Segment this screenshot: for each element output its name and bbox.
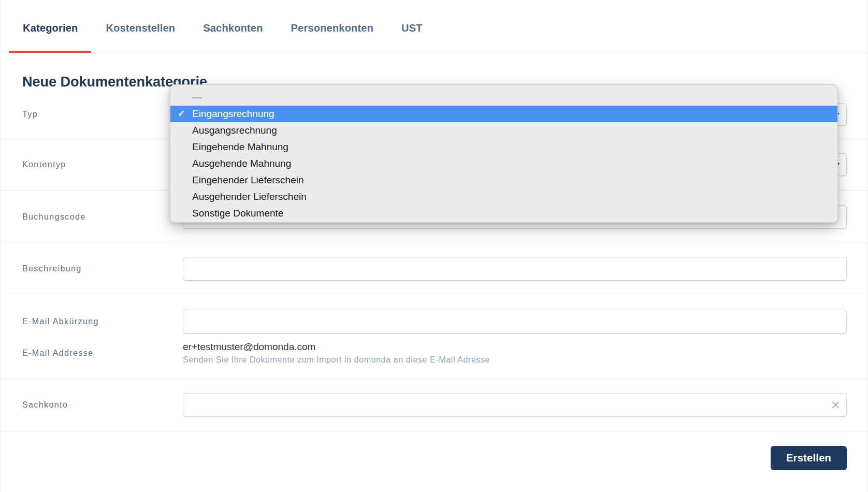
typ-label: Typ bbox=[22, 110, 183, 119]
form-footer: Erstellen bbox=[1, 431, 867, 470]
row-email-addresse: E-Mail Addresse er+testmuster@domonda.co… bbox=[1, 341, 867, 379]
dropdown-item[interactable]: — bbox=[170, 89, 837, 106]
row-sachkonto: Sachkonto ✕ bbox=[1, 379, 867, 431]
tab-kostenstellen[interactable]: Kostenstellen bbox=[92, 0, 189, 53]
check-icon: ✓ bbox=[178, 106, 185, 122]
dropdown-item[interactable]: Ausgangsrechnung bbox=[170, 122, 837, 139]
row-beschreibung: Beschreibung bbox=[1, 243, 867, 294]
typ-dropdown-menu: —✓EingangsrechnungAusgangsrechnungEingeh… bbox=[170, 84, 838, 223]
beschreibung-label: Beschreibung bbox=[22, 264, 183, 273]
tab-sachkonten[interactable]: Sachkonten bbox=[190, 0, 276, 53]
email-abkuerzung-input[interactable] bbox=[183, 310, 847, 334]
dropdown-item[interactable]: Eingehende Mahnung bbox=[170, 139, 837, 155]
dropdown-item[interactable]: ✓Eingangsrechnung bbox=[170, 106, 837, 122]
sachkonto-input[interactable] bbox=[183, 393, 847, 417]
dropdown-item[interactable]: Eingehender Lieferschein bbox=[170, 172, 837, 189]
email-addresse-value: er+testmuster@domonda.com bbox=[183, 341, 847, 353]
email-abkuerzung-label: E-Mail Abkürzung bbox=[22, 317, 183, 326]
kontentyp-label: Kontentyp bbox=[22, 160, 183, 169]
row-email-abkuerzung: E-Mail Abkürzung bbox=[1, 294, 867, 334]
dropdown-item[interactable]: Ausgehende Mahnung bbox=[170, 155, 837, 172]
sachkonto-label: Sachkonto bbox=[22, 400, 183, 410]
settings-page: KategorienKostenstellenSachkontenPersone… bbox=[0, 0, 868, 492]
tab-ust[interactable]: UST bbox=[388, 0, 436, 53]
email-addresse-helper: Senden Sie Ihre Dokumente zum Import in … bbox=[183, 355, 847, 365]
dropdown-item[interactable]: Sonstige Dokumente bbox=[170, 205, 837, 222]
beschreibung-input[interactable] bbox=[183, 257, 847, 281]
tab-bar: KategorienKostenstellenSachkontenPersone… bbox=[1, 0, 867, 53]
erstellen-button[interactable]: Erstellen bbox=[771, 446, 847, 470]
email-addresse-label: E-Mail Addresse bbox=[22, 349, 183, 358]
buchungscode-label: Buchungscode bbox=[22, 212, 183, 222]
tab-personenkonten[interactable]: Personenkonten bbox=[278, 0, 387, 53]
dropdown-item[interactable]: Ausgehender Lieferschein bbox=[170, 189, 837, 205]
tab-kategorien[interactable]: Kategorien bbox=[9, 0, 91, 53]
clear-icon[interactable]: ✕ bbox=[831, 399, 841, 411]
